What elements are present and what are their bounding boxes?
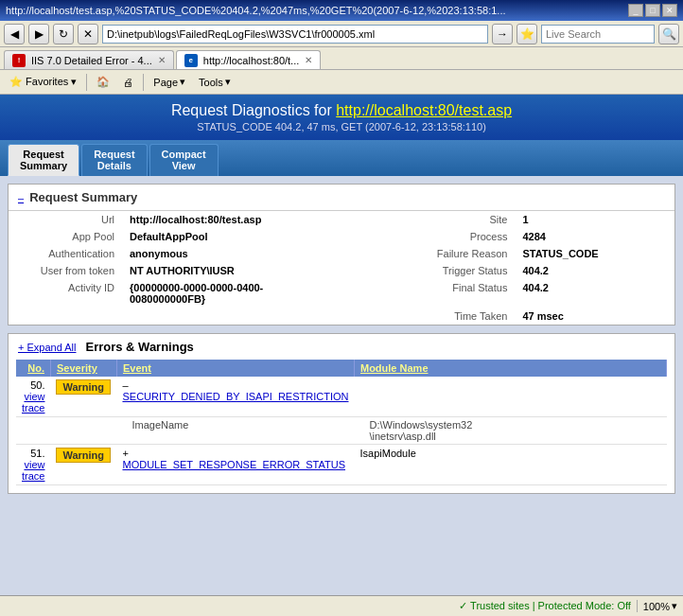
maximize-button[interactable]: □ — [645, 4, 660, 17]
add-favorite-button[interactable]: ⭐ — [517, 24, 537, 44]
col-module[interactable]: Module Name — [354, 360, 666, 377]
content-area: – Request Summary Url http://localhost:8… — [0, 176, 683, 595]
close-button[interactable]: ✕ — [662, 4, 677, 17]
label-trigger-status: Trigger Status — [401, 262, 515, 279]
status-bar-right: ✓ Trusted sites | Protected Mode: Off 10… — [459, 600, 677, 612]
errors-header: + Expand All Errors & Warnings — [9, 334, 674, 360]
zoom-control[interactable]: 100% ▾ — [637, 600, 677, 612]
row50-event-link[interactable]: SECURITY_DENIED_BY_ISAPI_RESTRICTION — [122, 391, 348, 402]
tab-bar: ! IIS 7.0 Detailed Error - 4... ✕ e http… — [0, 47, 683, 70]
page-tab-nav: RequestSummary RequestDetails CompactVie… — [0, 140, 683, 176]
label-process: Process — [401, 228, 515, 245]
col-event[interactable]: Event — [116, 360, 354, 377]
window-title: http://localhost/test.asp,%20STATUS_CODE… — [6, 5, 506, 16]
row51-event-link[interactable]: MODULE_SET_RESPONSE_ERROR_STATUS — [122, 459, 345, 470]
label-site: Site — [401, 211, 515, 228]
tab-compact-view[interactable]: CompactView — [149, 144, 219, 176]
browser-window: http://localhost/test.asp,%20STATUS_CODE… — [0, 0, 683, 616]
row51-module: IsapiModule — [354, 445, 666, 485]
url-link[interactable]: http://localhost:80/test.asp — [336, 102, 512, 118]
summary-row-apppool: App Pool DefaultAppPool Process 4284 — [9, 228, 674, 245]
row50-severity: Warning — [50, 377, 116, 417]
minimize-button[interactable]: _ — [628, 4, 643, 17]
favorites-button[interactable]: ⭐ Favorites ▾ — [4, 73, 82, 92]
row50-event: – SECURITY_DENIED_BY_ISAPI_RESTRICTION — [116, 377, 354, 417]
refresh-button[interactable]: ↻ — [53, 24, 74, 44]
row50-no: 50.viewtrace — [16, 377, 50, 417]
toolbar-bar: ⭐ Favorites ▾ 🏠 🖨 Page ▾ Tools ▾ — [0, 70, 683, 95]
tab-request-details[interactable]: RequestDetails — [81, 144, 147, 176]
search-go-button[interactable]: 🔍 — [658, 24, 679, 44]
tools-button[interactable]: Tools ▾ — [193, 73, 236, 92]
summary-row-activity: Activity ID {00000000-0000-0000-0400-008… — [9, 279, 674, 308]
errors-table: No. Severity Event Module Name 50.viewtr… — [16, 360, 667, 485]
value-time-taken: 47 msec — [515, 308, 674, 325]
window-buttons: _ □ ✕ — [628, 4, 677, 17]
forward-button[interactable]: ▶ — [28, 24, 49, 44]
tab1-label: IIS 7.0 Detailed Error - 4... — [31, 55, 152, 66]
col-severity[interactable]: Severity — [50, 360, 116, 377]
home-button[interactable]: 🏠 — [91, 73, 115, 92]
toolbar-separator-2 — [143, 74, 144, 91]
page-subtitle: STATUS_CODE 404.2, 47 ms, GET (2007-6-12… — [15, 121, 668, 132]
tab2-close[interactable]: ✕ — [305, 55, 312, 65]
label-activity: Activity ID — [9, 279, 122, 308]
value-failure-reason: STATUS_CODE — [515, 245, 674, 262]
tab1-close[interactable]: ✕ — [158, 55, 166, 65]
row50-view-trace[interactable]: viewtrace — [22, 391, 44, 414]
table-row-sub-50: ImageName D:\Windows\system32\inetsrv\as… — [16, 417, 667, 445]
row51-no: 51.viewtrace — [16, 445, 50, 485]
value-activity: {00000000-0000-0000-0400-0080000000FB} — [122, 279, 382, 308]
address-input[interactable] — [102, 25, 488, 44]
trusted-sites-label: ✓ Trusted sites | Protected Mode: Off — [459, 600, 631, 612]
zoom-level: 100% — [643, 601, 670, 612]
row50-module — [354, 377, 666, 417]
col-no[interactable]: No. — [16, 360, 50, 377]
tab2-icon: e — [184, 54, 198, 67]
value-user: NT AUTHORITY\IUSR — [122, 262, 382, 279]
summary-row-auth: Authentication anonymous Failure Reason … — [9, 245, 674, 262]
value-apppool: DefaultAppPool — [122, 228, 382, 245]
label-time-taken: Time Taken — [401, 308, 515, 325]
row50-warning-badge: Warning — [56, 379, 111, 395]
row51-view-trace[interactable]: viewtrace — [22, 459, 44, 482]
request-summary-box: – Request Summary Url http://localhost:8… — [8, 184, 675, 326]
tab-request-summary[interactable]: RequestSummary — [8, 144, 79, 176]
label-auth: Authentication — [9, 245, 122, 262]
go-button[interactable]: → — [492, 24, 513, 44]
label-final-status: Final Status — [401, 279, 515, 308]
row51-event: + MODULE_SET_RESPONSE_ERROR_STATUS — [116, 445, 354, 485]
title-bar: http://localhost/test.asp,%20STATUS_CODE… — [0, 0, 683, 21]
request-summary-header: – Request Summary — [9, 185, 674, 211]
search-input[interactable] — [541, 25, 655, 44]
back-button[interactable]: ◀ — [4, 24, 25, 44]
page-header: Request Diagnostics for http://localhost… — [0, 95, 683, 140]
request-summary-toggle[interactable]: – — [18, 192, 24, 203]
value-trigger-status: 404.2 — [515, 262, 674, 279]
tab2-label: http://localhost:80/t... — [203, 55, 300, 66]
expand-all-button[interactable]: + Expand All — [18, 342, 76, 353]
page-heading: Request Diagnostics for http://localhost… — [15, 102, 668, 119]
value-auth: anonymous — [122, 245, 382, 262]
row50-sub-label: ImageName — [116, 417, 354, 445]
page-button[interactable]: Page ▾ — [148, 73, 191, 92]
errors-warnings-box: + Expand All Errors & Warnings No. Sever… — [8, 333, 675, 494]
request-summary-title: Request Summary — [29, 190, 137, 204]
print-button[interactable]: 🖨 — [117, 73, 139, 92]
toolbar-separator-1 — [86, 74, 87, 91]
table-row: 50.viewtrace Warning – SECURITY_DENIED_B… — [16, 377, 667, 417]
label-user: User from token — [9, 262, 122, 279]
summary-table: Url http://localhost:80/test.asp Site 1 … — [9, 211, 674, 325]
status-bar: ✓ Trusted sites | Protected Mode: Off 10… — [0, 595, 683, 616]
nav-bar: ◀ ▶ ↻ ✕ → ⭐ 🔍 — [0, 21, 683, 47]
row50-sub-value: D:\Windows\system32\inetsrv\asp.dll — [354, 417, 666, 445]
errors-header-row: No. Severity Event Module Name — [16, 360, 667, 377]
label-apppool: App Pool — [9, 228, 122, 245]
table-row: 51.viewtrace Warning + MODULE_SET_RESPON… — [16, 445, 667, 485]
zoom-chevron-icon[interactable]: ▾ — [672, 600, 677, 612]
stop-button[interactable]: ✕ — [78, 24, 98, 44]
label-url: Url — [9, 211, 122, 228]
browser-tab-1[interactable]: ! IIS 7.0 Detailed Error - 4... ✕ — [4, 50, 174, 69]
browser-tab-2[interactable]: e http://localhost:80/t... ✕ — [176, 50, 322, 69]
summary-row-time: Time Taken 47 msec — [9, 308, 674, 325]
